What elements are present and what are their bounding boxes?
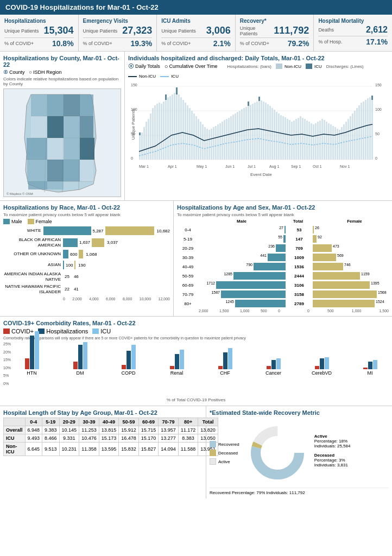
race-bar-group-4: 25 46 (63, 273, 79, 281)
hosp-bar-3 (175, 354, 179, 369)
race-subtitle: To maximize patient privacy counts below… (3, 212, 170, 217)
age-bar-row-1: 5-19 55 147 92 (177, 235, 392, 243)
svg-rect-126 (328, 123, 330, 160)
map-legend-text: Colors indicate relative hospitalization… (3, 77, 121, 86)
svg-text:Apr 1: Apr 1 (168, 165, 177, 169)
page-header: COVID-19 Hospitalizations for Mar-01 - O… (0, 0, 392, 15)
female-bars-8: 1524 (313, 300, 392, 307)
icu-bar-1 (83, 342, 87, 369)
los-cell-0-2: 10.145 (59, 426, 79, 434)
female-bars-6: 1395 (313, 281, 392, 289)
comorb-cat-0: HTN (13, 331, 50, 376)
age-bar-row-5: 50-59 1285 2444 1159 (177, 272, 392, 280)
age-total-3: 1009 (286, 255, 313, 260)
comorb-bars-0 (25, 331, 39, 369)
race-legend: Male Female (3, 219, 170, 224)
los-section: Hospital Length of Stay by Age Group, Ma… (0, 406, 206, 498)
recovered-bottom-stats: Recovered Percentage: 79% Individuals: 1… (210, 488, 389, 495)
male-age-bar-8 (235, 300, 286, 307)
county-radio[interactable]: ⦿ County (3, 70, 25, 75)
hosp-bar-7 (368, 362, 372, 369)
svg-rect-88 (245, 107, 247, 160)
svg-rect-61 (187, 105, 188, 160)
svg-text:0: 0 (131, 156, 133, 160)
svg-text:May 1: May 1 (197, 165, 207, 169)
svg-rect-99 (269, 106, 271, 160)
recovered-legend-item: Recovered (210, 441, 239, 447)
race-bar-row-4: AMERICAN INDIAN ALASKA NATIVE 25 46 (3, 271, 170, 282)
hosp-label: Hospitalizations: (bars) (227, 64, 271, 69)
svg-text:© Mapbox © OSM: © Mapbox © OSM (7, 192, 33, 195)
los-row-2: Non-ICU6.6459.51310.23111.35813.59515.83… (4, 443, 218, 456)
svg-text:Aug 1: Aug 1 (269, 165, 279, 169)
svg-rect-129 (334, 127, 336, 160)
comorb-cat-1: DM (61, 331, 99, 376)
svg-rect-122 (319, 121, 321, 160)
svg-rect-103 (278, 113, 280, 160)
svg-rect-80 (228, 118, 230, 160)
svg-rect-110 (293, 121, 295, 160)
region-radio[interactable]: ○ ISDH Region (29, 70, 62, 75)
race-label-2: OTHER OR UNKNOWN (3, 251, 63, 257)
svg-rect-104 (280, 115, 282, 160)
female-age-bar-5 (313, 272, 360, 280)
female-bars-4: 746 (313, 263, 392, 270)
map-discharge-row: Hospitalizations by County, Mar-01 - Oct… (0, 52, 392, 201)
svg-rect-105 (282, 116, 284, 160)
svg-rect-116 (306, 121, 308, 160)
svg-rect-93 (256, 102, 258, 160)
daily-totals-radio[interactable]: ⦿ Daily Totals (128, 63, 160, 70)
male-age-bar-4 (254, 263, 286, 270)
cumulative-radio[interactable]: ○ Cumulative Over Time (165, 63, 218, 70)
svg-rect-82 (232, 115, 234, 160)
icu-bar-7 (373, 360, 377, 369)
svg-rect-76 (219, 123, 221, 160)
svg-rect-142 (363, 102, 364, 160)
svg-rect-92 (254, 103, 256, 160)
age-bar-row-8: 80+ 1245 2789 1524 (177, 300, 392, 307)
svg-rect-77 (222, 122, 223, 160)
comorb-cat-4: CHF (206, 331, 244, 376)
active-label: Active (218, 459, 230, 464)
stat-box-1: Emergency Visits Unique Patients 27,323 … (79, 15, 157, 51)
svg-rect-137 (352, 113, 353, 160)
deceased-label: Deceased (218, 451, 238, 456)
age-group-label-4: 40-49 (177, 264, 199, 269)
stat-box-0: Hospitalizations Unique Patients 15,304 … (0, 15, 79, 51)
age-bar-row-2: 20-29 236 709 473 (177, 244, 392, 252)
age-total-0: 53 (286, 228, 313, 232)
los-cell-1-6: 15.170 (138, 434, 159, 443)
svg-rect-138 (354, 111, 356, 160)
svg-rect-15 (80, 116, 93, 138)
svg-rect-24 (28, 181, 47, 189)
recovered-label-bottom: Recovered (210, 490, 231, 495)
svg-rect-118 (311, 123, 312, 160)
svg-rect-134 (345, 122, 347, 160)
female-bars-7: 1568 (313, 290, 392, 298)
comorb-cat-7: MI (351, 331, 389, 376)
comorb-bars: HTN DM COPD Renal (13, 342, 389, 386)
svg-rect-17 (47, 138, 64, 160)
svg-rect-97 (265, 103, 267, 160)
svg-rect-100 (271, 108, 273, 160)
comorb-label-0: HTN (27, 370, 37, 376)
covid-bar-2 (122, 365, 126, 369)
icu-hosp-label: ICU (314, 64, 322, 69)
female-age-bar-8 (313, 300, 375, 307)
race-age-row: Hospitalizations by Race, Mar-01 - Oct-2… (0, 201, 392, 317)
row-total-5: 41 (74, 287, 79, 292)
male-bar-2 (63, 250, 68, 258)
age-bars: 0-4 27 53 26 5-19 55 147 92 20-29 (177, 226, 392, 307)
svg-text:Unique Patients: Unique Patients (131, 109, 136, 140)
race-bar-row-1: BLACK OR AFRICAN AMERICAN 1,637 3,037 (3, 237, 170, 248)
svg-text:Jun 1: Jun 1 (225, 165, 235, 168)
svg-rect-16 (27, 138, 47, 160)
svg-rect-48 (159, 103, 160, 160)
age-group-label-3: 30-39 (177, 255, 199, 260)
svg-rect-147 (139, 132, 141, 135)
male-bar-0 (43, 226, 91, 235)
svg-rect-117 (308, 122, 310, 160)
stat-box-3: Recovery* Unique Patients 111,792 % of C… (236, 15, 314, 51)
female-age-bar-6 (313, 281, 370, 289)
discharge-section: Individuals hospitalized and discharged:… (125, 52, 392, 200)
